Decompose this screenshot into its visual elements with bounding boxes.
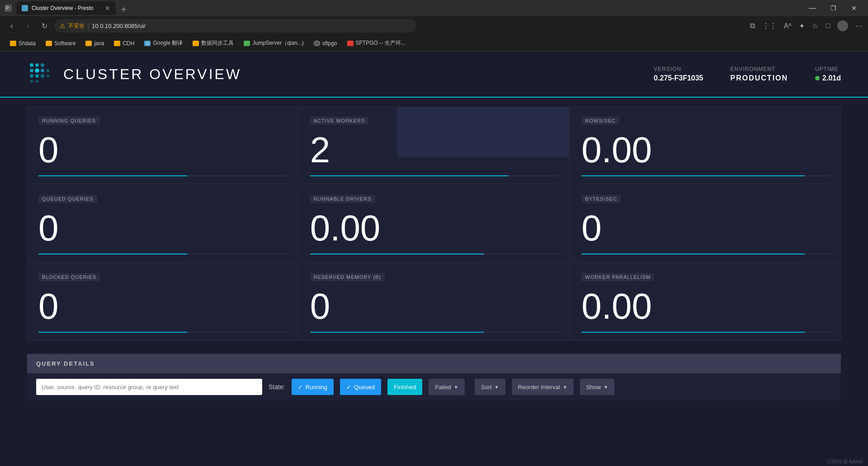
bookmark-sftpgo[interactable]: sftpgo — [309, 38, 342, 48]
header-info: VERSION 0.275-F3F1035 ENVIRONMENT PRODUC… — [654, 66, 841, 82]
reorder-interval-button[interactable]: Reorder Interval ▼ — [512, 379, 574, 395]
environment-block: ENVIRONMENT PRODUCTION — [731, 66, 788, 82]
metric-bar-fill — [581, 175, 805, 176]
bookmark-java[interactable]: java — [81, 38, 108, 48]
dropdown-arrow-icon: ▼ — [454, 385, 458, 390]
forward-button[interactable]: › — [22, 19, 34, 32]
svg-point-13 — [47, 75, 49, 77]
split-screen-icon[interactable]: ⧉ — [750, 22, 755, 30]
show-button[interactable]: Show ▼ — [580, 379, 614, 395]
metric-bar — [310, 254, 558, 254]
metric-blocked-queries: BLOCKED QUERIES 0 — [27, 263, 298, 340]
metric-value: 0 — [38, 132, 287, 168]
tab-close-icon[interactable]: ✕ — [105, 5, 110, 12]
svg-point-2 — [23, 6, 27, 10]
bookmark-datasync[interactable]: 数据同步工具 — [188, 38, 238, 49]
metric-bar — [38, 175, 287, 176]
metric-bar — [38, 254, 287, 254]
filter-failed-button[interactable]: Failed ▼ — [429, 379, 464, 395]
metric-value: 2 — [310, 132, 558, 168]
uptime-value: 2.01d — [815, 74, 841, 82]
favorites-add-icon[interactable]: ✦ — [799, 22, 805, 30]
metric-label: ROWS/SEC — [581, 117, 619, 125]
svg-point-7 — [35, 68, 39, 73]
svg-point-15 — [36, 80, 38, 83]
maximize-button[interactable]: ❐ — [823, 0, 844, 16]
environment-label: ENVIRONMENT — [731, 66, 788, 72]
metric-bar — [581, 254, 830, 254]
metric-value: 0 — [310, 288, 558, 325]
bookmark-jumpserver[interactable]: JumpServer（qian...) — [239, 38, 308, 49]
metric-bar-fill — [38, 175, 187, 176]
metric-bar-fill — [581, 332, 805, 333]
metric-label: QUEUED QUERIES — [38, 195, 97, 203]
logo: CLUSTER OVERVIEW — [27, 61, 241, 88]
metric-bar — [581, 332, 830, 333]
filter-finished-button[interactable]: Finished — [387, 379, 422, 395]
metric-bar-fill — [38, 332, 187, 333]
minimize-button[interactable]: — — [802, 0, 823, 16]
more-menu-icon[interactable]: ⋯ — [855, 22, 863, 30]
url-separator: | — [87, 22, 89, 30]
new-tab-button[interactable]: + — [118, 5, 130, 15]
back-button[interactable]: ‹ — [5, 19, 18, 32]
check-icon: ✓ — [298, 384, 303, 391]
version-label: VERSION — [654, 66, 703, 72]
svg-point-9 — [47, 69, 49, 72]
status-bar: CSDN @ AAHA — [822, 457, 868, 466]
metric-bar — [38, 332, 287, 333]
presto-logo-icon — [27, 61, 54, 88]
app-container: CLUSTER OVERVIEW VERSION 0.275-F3F1035 E… — [0, 52, 868, 413]
filter-queued-button[interactable]: ✓ Queued — [340, 379, 381, 395]
collections-icon[interactable]: □ — [826, 22, 830, 30]
filter-running-button[interactable]: ✓ Running — [292, 379, 334, 395]
metric-bar-fill — [38, 254, 187, 254]
dropdown-arrow-icon: ▼ — [604, 385, 608, 390]
active-tab[interactable]: Cluster Overview - Presto ✕ — [16, 1, 116, 15]
environment-value: PRODUCTION — [731, 74, 788, 82]
search-input[interactable] — [36, 379, 262, 395]
grid-icon[interactable]: ⋮⋮ — [762, 22, 777, 30]
read-mode-icon[interactable]: Aᴬ — [784, 22, 792, 30]
metric-label: ACTIVE WORKERS — [310, 117, 369, 125]
refresh-button[interactable]: ↻ — [38, 19, 51, 32]
metric-bar-fill — [310, 332, 484, 333]
metric-rows-sec: ROWS/SEC 0.00 — [570, 107, 841, 184]
url-text[interactable]: 10.0.10.200:8085/ui/ — [92, 23, 146, 29]
state-label: State: — [269, 383, 285, 391]
bookmark-shdata[interactable]: Shdata — [5, 38, 40, 48]
bookmark-software[interactable]: Software — [41, 38, 80, 48]
metric-bar — [310, 332, 558, 333]
metric-value: 0 — [38, 288, 287, 325]
bookmark-cdh[interactable]: CDH — [109, 38, 139, 48]
metric-bar-fill — [310, 175, 509, 176]
sort-button[interactable]: Sort ▼ — [475, 379, 505, 395]
svg-point-3 — [30, 63, 33, 67]
metric-label: RESERVED MEMORY (B) — [310, 273, 385, 281]
metric-label: RUNNING QUERIES — [38, 117, 99, 125]
metric-queued-queries: QUEUED QUERIES 0 — [27, 185, 298, 262]
metric-reserved-memory: RESERVED MEMORY (B) 0 — [299, 263, 570, 340]
query-details-section: QUERY DETAILS State: ✓ Running ✓ Queued … — [27, 354, 841, 400]
window-controls: — ❐ ✕ — [802, 0, 864, 16]
bookmark-sftpgo-prod[interactable]: SFTPGO -- 生产环... — [343, 38, 410, 49]
browser-icon: P — [4, 4, 13, 13]
address-bar-row: ‹ › ↻ ⚠ 不安全 | 10.0.10.200:8085/ui/ ⧉ ⋮⋮ … — [0, 16, 868, 35]
close-button[interactable]: ✕ — [844, 0, 864, 16]
metric-bar-fill — [581, 254, 805, 254]
browser-tools: ⧉ ⋮⋮ Aᴬ ✦ ☆ □ ⋯ — [750, 20, 863, 31]
metric-bar-fill — [310, 254, 484, 254]
metric-label: BLOCKED QUERIES — [38, 273, 100, 281]
bookmarks-bar: Shdata Software java CDH G Google 翻译 数据同… — [0, 35, 868, 52]
address-box[interactable]: ⚠ 不安全 | 10.0.10.200:8085/ui/ — [54, 19, 416, 33]
version-block: VERSION 0.275-F3F1035 — [654, 66, 703, 82]
svg-point-14 — [30, 80, 33, 83]
svg-point-4 — [35, 63, 39, 67]
svg-point-12 — [41, 74, 44, 78]
bookmark-google-translate[interactable]: G Google 翻译 — [140, 38, 187, 49]
profile-icon[interactable] — [837, 20, 848, 31]
metric-value: 0.00 — [581, 132, 830, 168]
metric-label: BYTES/SEC — [581, 195, 621, 203]
metric-runnable-drivers: RUNNABLE DRIVERS 0.00 — [299, 185, 570, 262]
star-icon[interactable]: ☆ — [812, 22, 818, 30]
